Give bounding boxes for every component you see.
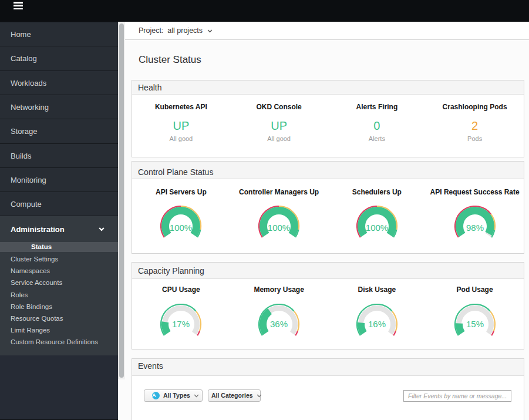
svg-text:100%: 100% bbox=[268, 223, 290, 233]
svg-text:15%: 15% bbox=[466, 319, 484, 329]
svg-text:36%: 36% bbox=[270, 319, 288, 329]
svg-text:17%: 17% bbox=[172, 319, 190, 329]
svg-text:16%: 16% bbox=[368, 319, 386, 329]
svg-text:100%: 100% bbox=[366, 223, 388, 233]
svg-text:98%: 98% bbox=[466, 223, 484, 233]
svg-text:100%: 100% bbox=[170, 223, 192, 233]
